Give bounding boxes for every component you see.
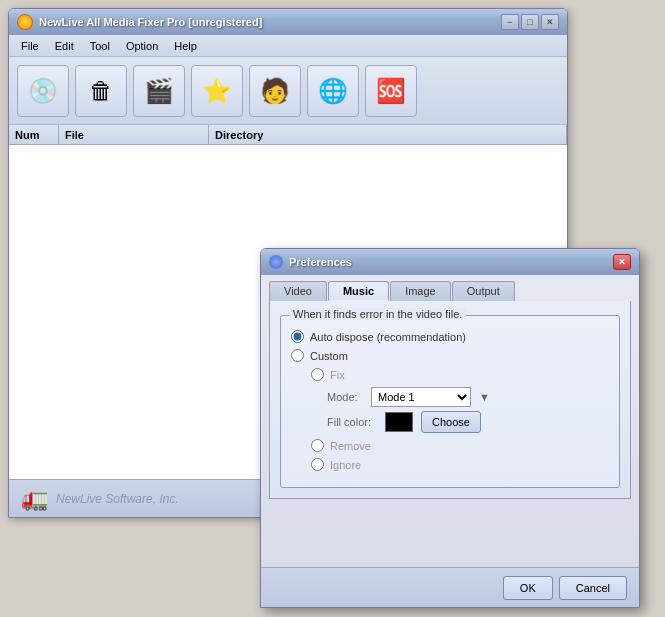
main-window-title: NewLive All Media Fixer Pro [unregistere…	[39, 16, 262, 28]
choose-button[interactable]: Choose	[421, 411, 481, 433]
fix-label: Fix	[330, 369, 345, 381]
group-box: When it finds error in the video file. A…	[280, 315, 620, 488]
toolbar-network-btn[interactable]: 🌐	[307, 65, 359, 117]
remove-row: Remove	[311, 439, 609, 452]
tab-image[interactable]: Image	[390, 281, 451, 301]
mode-row: Mode: Mode 1 Mode 2 Mode 3 ▼	[327, 387, 609, 407]
cancel-button[interactable]: Cancel	[559, 576, 627, 600]
main-title-bar: NewLive All Media Fixer Pro [unregistere…	[9, 9, 567, 35]
toolbar: 💿 🗑 🎬 ⭐ 🧑 🌐 🆘	[9, 57, 567, 125]
toolbar-trash-btn[interactable]: 🗑	[75, 65, 127, 117]
ignore-label: Ignore	[330, 459, 361, 471]
ignore-row: Ignore	[311, 458, 609, 471]
title-controls: − □ ✕	[501, 14, 559, 30]
custom-row: Custom	[291, 349, 609, 362]
menu-file[interactable]: File	[13, 38, 47, 54]
auto-dispose-label: Auto dispose (recommendation)	[310, 331, 466, 343]
fix-row: Fix	[311, 368, 609, 381]
custom-radio[interactable]	[291, 349, 304, 362]
remove-radio[interactable]	[311, 439, 324, 452]
fix-radio[interactable]	[311, 368, 324, 381]
menu-tool[interactable]: Tool	[82, 38, 118, 54]
tab-content: When it finds error in the video file. A…	[269, 301, 631, 499]
menu-edit[interactable]: Edit	[47, 38, 82, 54]
color-swatch[interactable]	[385, 412, 413, 432]
toolbar-person-btn[interactable]: 🧑	[249, 65, 301, 117]
menu-bar: File Edit Tool Option Help	[9, 35, 567, 57]
tab-output[interactable]: Output	[452, 281, 515, 301]
ok-button[interactable]: OK	[503, 576, 553, 600]
remove-label: Remove	[330, 440, 371, 452]
pref-app-icon	[269, 255, 283, 269]
tab-video[interactable]: Video	[269, 281, 327, 301]
tabs-bar: Video Music Image Output	[261, 275, 639, 301]
pref-title-bar: Preferences ✕	[261, 249, 639, 275]
close-btn-main[interactable]: ✕	[541, 14, 559, 30]
preferences-dialog: Preferences ✕ Video Music Image Output W…	[260, 248, 640, 608]
maximize-btn[interactable]: □	[521, 14, 539, 30]
dialog-footer: OK Cancel	[261, 567, 639, 607]
col-header-file: File	[59, 125, 209, 144]
ignore-radio[interactable]	[311, 458, 324, 471]
menu-help[interactable]: Help	[166, 38, 205, 54]
toolbar-star-btn[interactable]: ⭐	[191, 65, 243, 117]
pref-close-btn[interactable]: ✕	[613, 254, 631, 270]
toolbar-media-btn[interactable]: 🎬	[133, 65, 185, 117]
tab-music[interactable]: Music	[328, 281, 389, 301]
col-header-dir: Directory	[209, 125, 567, 144]
fill-color-label: Fill color:	[327, 416, 377, 428]
mode-select[interactable]: Mode 1 Mode 2 Mode 3	[371, 387, 471, 407]
minimize-btn[interactable]: −	[501, 14, 519, 30]
toolbar-disc-btn[interactable]: 💿	[17, 65, 69, 117]
fill-color-row: Fill color: Choose	[327, 411, 609, 433]
auto-dispose-radio[interactable]	[291, 330, 304, 343]
menu-option[interactable]: Option	[118, 38, 166, 54]
mode-label: Mode:	[327, 391, 363, 403]
auto-dispose-row: Auto dispose (recommendation)	[291, 330, 609, 343]
status-text: NewLive Software, Inc.	[56, 492, 179, 506]
col-header-num: Num	[9, 125, 59, 144]
group-label: When it finds error in the video file.	[289, 308, 466, 320]
file-list-header: Num File Directory	[9, 125, 567, 145]
pref-title-text: Preferences	[289, 256, 352, 268]
status-icon: 🚛	[21, 486, 48, 512]
pref-title-left: Preferences	[269, 255, 352, 269]
custom-label: Custom	[310, 350, 348, 362]
app-icon	[17, 14, 33, 30]
toolbar-help-btn[interactable]: 🆘	[365, 65, 417, 117]
title-bar-left: NewLive All Media Fixer Pro [unregistere…	[17, 14, 262, 30]
